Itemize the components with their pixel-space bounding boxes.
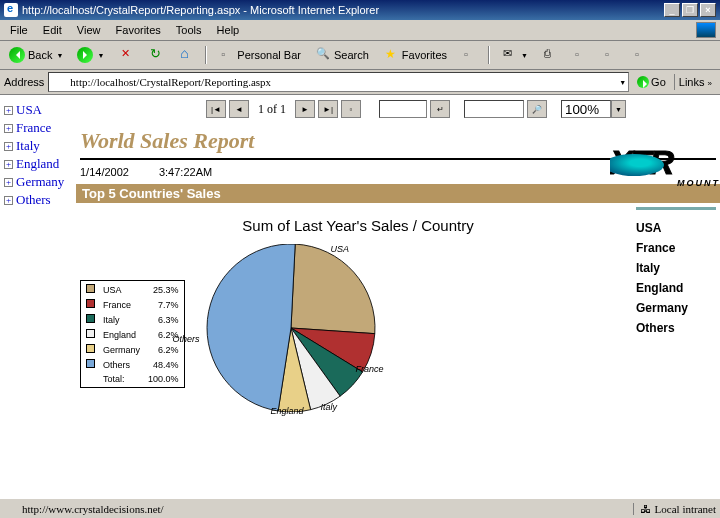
report-time: 3:47:22AM — [159, 166, 212, 178]
ie-icon — [4, 3, 18, 17]
address-dropdown-icon[interactable]: ▼ — [619, 79, 626, 86]
toolbar: Back▼ ▼ Personal Bar Search Favorites ▼ — [0, 41, 720, 70]
expand-icon[interactable]: + — [4, 106, 13, 115]
list-item: France — [636, 238, 716, 258]
tree-node[interactable]: +Germany — [4, 174, 72, 190]
address-input[interactable] — [68, 75, 618, 89]
goto-page-button[interactable]: ↵ — [430, 100, 450, 118]
forward-icon — [77, 47, 93, 63]
report-viewer: |◄ ◄ 1 of 1 ► ►| ▫ ↵ 🔎 ▼ XTR MOUNT World… — [76, 96, 720, 518]
personal-bar-button[interactable]: Personal Bar — [213, 44, 306, 66]
favorites-button[interactable]: Favorites — [378, 44, 452, 66]
expand-icon[interactable]: + — [4, 196, 13, 205]
discuss-icon — [602, 47, 618, 63]
tree-node[interactable]: +Italy — [4, 138, 72, 154]
menu-favorites[interactable]: Favorites — [110, 22, 167, 38]
logo-subtext: MOUNT — [677, 178, 720, 188]
status-zone: Local intranet — [655, 503, 716, 515]
history-button[interactable] — [456, 44, 482, 66]
first-page-button[interactable]: |◄ — [206, 100, 226, 118]
next-page-button[interactable]: ► — [295, 100, 315, 118]
menu-tools[interactable]: Tools — [170, 22, 208, 38]
messenger-icon — [632, 47, 648, 63]
status-bar: http://www.crystaldecisions.net/ 🖧 Local… — [0, 498, 720, 518]
find-input[interactable] — [464, 100, 524, 118]
logo: XTR MOUNT — [610, 132, 720, 192]
home-button[interactable] — [173, 44, 199, 66]
go-icon — [637, 76, 649, 88]
address-label: Address — [4, 76, 44, 88]
country-list: USA France Italy England Germany Others — [636, 207, 716, 412]
expand-icon[interactable]: + — [4, 178, 13, 187]
go-button[interactable]: Go — [633, 74, 670, 90]
menu-view[interactable]: View — [71, 22, 107, 38]
menubar: File Edit View Favorites Tools Help — [0, 20, 720, 41]
separator — [488, 46, 490, 64]
search-button[interactable]: Search — [310, 44, 374, 66]
content-area: +USA +France +Italy +England +Germany +O… — [0, 95, 720, 518]
page-icon — [4, 502, 18, 516]
menu-items: File Edit View Favorites Tools Help — [4, 24, 245, 36]
status-url: http://www.crystaldecisions.net/ — [22, 503, 164, 515]
mail-button[interactable]: ▼ — [496, 44, 533, 66]
page-icon — [51, 75, 65, 89]
stop-button[interactable] — [113, 44, 139, 66]
minimize-button[interactable]: _ — [664, 3, 680, 17]
menu-help[interactable]: Help — [211, 22, 246, 38]
print-button[interactable] — [537, 44, 563, 66]
list-item: USA — [636, 218, 716, 238]
window-title: http://localhost/CrystalReport/Reporting… — [22, 4, 379, 16]
edit-icon — [572, 47, 588, 63]
star-icon — [383, 47, 399, 63]
chart-legend: USA25.3%France7.7%Italy6.3%England6.2%Ge… — [80, 280, 185, 388]
discuss-button[interactable] — [597, 44, 623, 66]
close-button[interactable]: × — [700, 3, 716, 17]
address-field[interactable]: ▼ — [48, 72, 629, 92]
mail-icon — [501, 47, 517, 63]
print-icon — [542, 47, 558, 63]
stop-load-button[interactable]: ▫ — [341, 100, 361, 118]
tree-node[interactable]: +Others — [4, 192, 72, 208]
back-button[interactable]: Back▼ — [4, 44, 68, 66]
home-icon — [178, 47, 194, 63]
tree-node[interactable]: +France — [4, 120, 72, 136]
expand-icon[interactable]: + — [4, 142, 13, 151]
ie-throbber-icon — [696, 22, 716, 38]
search-icon — [315, 47, 331, 63]
chart-area: Sum of Last Year's Sales / Country USA25… — [76, 207, 720, 412]
pie-chart: USAFranceItalyEnglandOthers — [201, 244, 381, 412]
list-item: England — [636, 278, 716, 298]
report-date: 1/14/2002 — [80, 166, 129, 178]
messenger-button[interactable] — [627, 44, 653, 66]
personal-icon — [218, 47, 234, 63]
refresh-button[interactable] — [143, 44, 169, 66]
last-page-button[interactable]: ►| — [318, 100, 338, 118]
stop-icon — [118, 47, 134, 63]
find-button[interactable]: 🔎 — [527, 100, 547, 118]
goto-page-input[interactable] — [379, 100, 427, 118]
menu-file[interactable]: File — [4, 22, 34, 38]
expand-icon[interactable]: + — [4, 124, 13, 133]
refresh-icon — [148, 47, 164, 63]
expand-icon[interactable]: + — [4, 160, 13, 169]
prev-page-button[interactable]: ◄ — [229, 100, 249, 118]
report-toolbar: |◄ ◄ 1 of 1 ► ►| ▫ ↵ 🔎 ▼ — [76, 96, 720, 122]
tree-node[interactable]: +USA — [4, 102, 72, 118]
zoom-input[interactable] — [561, 100, 611, 118]
tree-panel: +USA +France +Italy +England +Germany +O… — [0, 96, 76, 518]
maximize-button[interactable]: ❐ — [682, 3, 698, 17]
address-bar: Address ▼ Go Links » — [0, 70, 720, 95]
back-icon — [9, 47, 25, 63]
forward-button[interactable]: ▼ — [72, 44, 109, 66]
links-button[interactable]: Links » — [674, 74, 716, 90]
list-item: Others — [636, 318, 716, 338]
menu-edit[interactable]: Edit — [37, 22, 68, 38]
zoom-dropdown-icon[interactable]: ▼ — [611, 100, 626, 118]
list-item: Germany — [636, 298, 716, 318]
list-item: Italy — [636, 258, 716, 278]
tree-node[interactable]: +England — [4, 156, 72, 172]
titlebar: http://localhost/CrystalReport/Reporting… — [0, 0, 720, 20]
zone-icon: 🖧 — [640, 503, 651, 515]
history-icon — [461, 47, 477, 63]
edit-button[interactable] — [567, 44, 593, 66]
